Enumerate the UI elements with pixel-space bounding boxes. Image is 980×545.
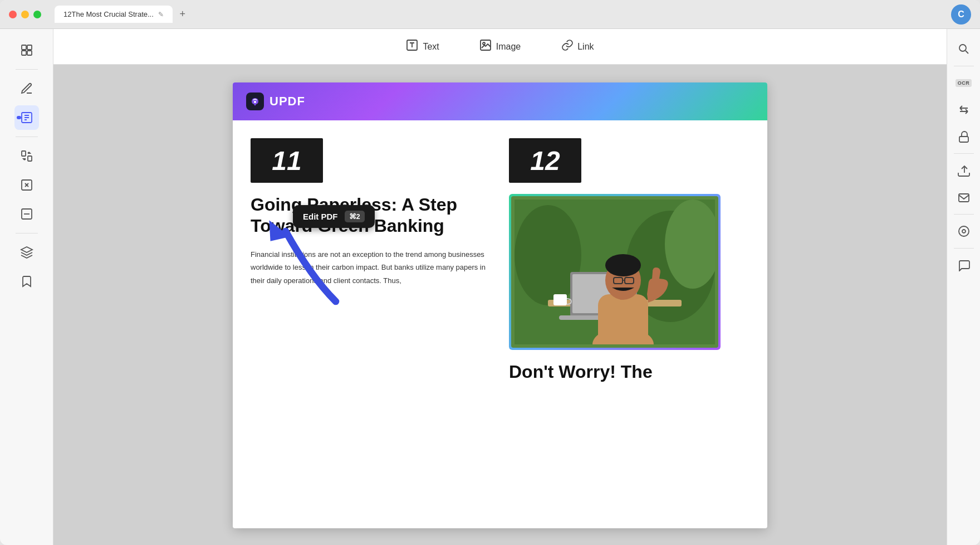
toolbar-link-button[interactable]: Link — [554, 35, 600, 59]
section-11-number: 11 — [272, 145, 301, 176]
search-right-icon[interactable] — [953, 38, 975, 60]
sidebar-item-convert[interactable] — [14, 144, 39, 168]
titlebar: 12The Most Crucial Strate... ✎ + C — [0, 0, 980, 29]
sidebar-item-edit-pdf[interactable] — [14, 105, 39, 130]
svg-rect-31 — [959, 137, 968, 142]
sidebar-divider-1 — [16, 69, 38, 70]
pdf-page: UPDF 11 Going Paperless: A Step Toward G… — [233, 82, 767, 528]
updf-logo: UPDF — [246, 93, 305, 110]
right-divider-4 — [954, 248, 974, 249]
new-tab-button[interactable]: + — [175, 7, 190, 22]
traffic-lights — [9, 11, 41, 18]
image-toolbar-icon — [479, 39, 492, 54]
blue-arrow — [266, 216, 355, 319]
toolbar-text-label: Text — [423, 42, 439, 52]
right-divider-1 — [954, 66, 974, 66]
tooltip-shortcut: ⌘2 — [345, 211, 365, 222]
protect-right-icon[interactable] — [953, 125, 975, 148]
sidebar-item-protect[interactable] — [14, 202, 39, 226]
share-right-icon[interactable] — [953, 159, 975, 182]
link-toolbar-icon — [561, 39, 573, 54]
edit-pdf-tooltip: Edit PDF ⌘2 — [293, 205, 375, 228]
svg-rect-6 — [28, 156, 32, 161]
app-window: 12The Most Crucial Strate... ✎ + C — [0, 0, 980, 545]
pdf-header: UPDF — [233, 82, 767, 120]
center-content: Text Image — [53, 29, 947, 545]
convert-right-icon[interactable] — [953, 99, 975, 121]
svg-point-34 — [959, 226, 969, 236]
active-tab[interactable]: 12The Most Crucial Strate... ✎ — [55, 6, 173, 23]
snapshot-right-icon[interactable] — [953, 220, 975, 242]
svg-point-30 — [959, 45, 966, 51]
minimize-button[interactable] — [21, 11, 29, 18]
sidebar-item-bookmark[interactable] — [14, 269, 39, 294]
tab-title: 12The Most Crucial Strate... — [63, 10, 154, 18]
svg-point-12 — [254, 101, 256, 103]
sidebar-item-annotate[interactable] — [14, 76, 39, 101]
section-12-badge: 12 — [509, 138, 581, 183]
section-12-number: 12 — [530, 145, 560, 176]
person-illustration — [514, 199, 715, 344]
maximize-button[interactable] — [33, 11, 41, 18]
tab-area: 12The Most Crucial Strate... ✎ + — [55, 6, 944, 23]
svg-rect-5 — [22, 151, 26, 156]
sidebar-item-compress[interactable] — [14, 173, 39, 197]
comment-right-icon[interactable] — [953, 254, 975, 276]
sidebar-item-organize[interactable] — [14, 38, 39, 62]
svg-rect-22 — [598, 294, 648, 344]
toolbar-link-label: Link — [577, 42, 594, 52]
text-toolbar-icon — [406, 39, 418, 54]
right-divider-2 — [954, 153, 974, 154]
svg-rect-2 — [22, 51, 26, 55]
ocr-right-icon[interactable]: OCR — [953, 72, 975, 94]
section-12-title: Don't Worry! The — [509, 361, 749, 382]
sidebar-divider-3 — [16, 233, 38, 233]
right-divider-3 — [954, 214, 974, 215]
svg-point-11 — [483, 42, 485, 45]
updf-logo-text: UPDF — [270, 94, 305, 109]
app-body: Text Image — [0, 29, 980, 545]
sidebar-divider-2 — [16, 137, 38, 137]
toolbar-text-button[interactable]: Text — [399, 35, 445, 59]
close-button[interactable] — [9, 11, 17, 18]
svg-rect-0 — [22, 45, 26, 50]
mail-right-icon[interactable] — [953, 186, 975, 208]
svg-rect-27 — [553, 294, 567, 305]
svg-point-35 — [962, 230, 966, 233]
tooltip-label: Edit PDF — [303, 212, 338, 221]
svg-rect-1 — [27, 45, 32, 50]
user-avatar[interactable]: C — [951, 4, 971, 25]
svg-rect-33 — [959, 194, 969, 202]
right-sidebar: OCR — [947, 29, 980, 545]
content-area[interactable]: UPDF 11 Going Paperless: A Step Toward G… — [53, 65, 947, 545]
pdf-image-wrapper — [509, 194, 721, 350]
top-toolbar: Text Image — [53, 29, 947, 65]
pdf-image-inner — [511, 196, 718, 348]
left-sidebar — [0, 29, 53, 545]
pdf-section-12: 12 — [509, 138, 749, 382]
sidebar-item-layers[interactable] — [14, 240, 39, 265]
toolbar-image-button[interactable]: Image — [473, 35, 527, 59]
updf-logo-icon — [246, 93, 264, 110]
tab-edit-icon[interactable]: ✎ — [158, 11, 164, 18]
svg-rect-3 — [27, 51, 32, 55]
svg-point-24 — [605, 254, 641, 276]
section-11-badge: 11 — [251, 138, 323, 183]
toolbar-image-label: Image — [496, 42, 521, 52]
